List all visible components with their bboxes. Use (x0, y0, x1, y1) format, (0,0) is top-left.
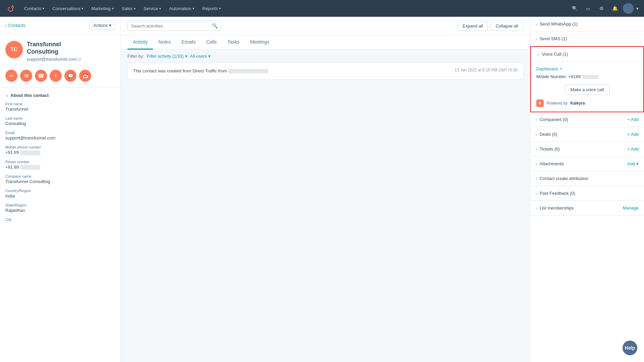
contact-create-attribution-header[interactable]: › Contact create attribution (530, 171, 644, 186)
tickets-header[interactable]: › Tickets (0) + Add (530, 142, 644, 156)
past-feedback-header[interactable]: › Past Feedback (0) (530, 186, 644, 200)
manage-memberships-button[interactable]: Manage (623, 205, 639, 210)
contact-name: Transfunnel Consulting (27, 41, 115, 55)
voice-mobile-number: Mobile Number: +9189 (536, 74, 638, 79)
actions-chevron-icon: ▾ (109, 23, 111, 28)
companies-header[interactable]: › Companies (0) + Add (530, 112, 644, 127)
email-contact-button[interactable]: ✉ (20, 70, 32, 82)
nav-automation[interactable]: Automation ▾ (166, 4, 198, 13)
actions-button[interactable]: Actions ▾ (90, 21, 115, 30)
feedback-chevron-icon: › (536, 191, 537, 195)
tab-notes[interactable]: Notes (153, 35, 176, 50)
sms-chevron-icon: › (536, 37, 537, 41)
search-activities-box[interactable]: 🔍 (127, 21, 221, 31)
nav-contacts[interactable]: Contacts ▾ (21, 4, 48, 13)
add-deal-button[interactable]: + Add (627, 132, 639, 137)
country-field: Country/Region India (5, 189, 115, 198)
send-sms-header[interactable]: › Send SMS (1) (530, 32, 644, 46)
copy-email-icon[interactable]: ⧉ (78, 57, 81, 62)
notifications-icon-button[interactable]: 🔔 (609, 3, 620, 14)
tab-activity[interactable]: Activity (127, 35, 153, 50)
contact-action-buttons: ✏ ✉ ☎ + 💬 📅 (0, 67, 120, 87)
search-icon-button[interactable]: 🔍 (569, 3, 580, 14)
username-label[interactable]: ▾ (636, 6, 639, 11)
deals-header[interactable]: › Deals (0) + Add (530, 127, 644, 141)
hubspot-logo[interactable] (5, 3, 15, 13)
companies-section: › Companies (0) + Add (530, 112, 644, 127)
about-section-chevron-icon: ⌄ (5, 93, 8, 98)
edit-contact-button[interactable]: ✏ (5, 70, 17, 82)
activity-timestamp: 13 Jan 2022 at 6:15 PM GMT+5:30 (454, 68, 518, 72)
attachments-header[interactable]: › Attachments Add ▾ (530, 157, 644, 171)
marketing-arrow-icon: ▾ (112, 7, 114, 10)
tab-calls[interactable]: Calls (201, 35, 222, 50)
nav-marketing[interactable]: Marketing ▾ (88, 4, 117, 13)
top-navigation: Contacts ▾ Conversations ▾ Marketing ▾ S… (0, 0, 644, 17)
kaleyra-footer: K Powered by Kaleyra (536, 100, 638, 107)
add-attachment-button[interactable]: Add ▾ (627, 161, 639, 166)
contacts-arrow-icon: ▾ (43, 7, 44, 10)
activity-item: This contact was created from Direct Tra… (127, 63, 523, 79)
voice-call-body: Dashboard ↗ Mobile Number: +9189 Make a … (531, 62, 643, 112)
about-section-header[interactable]: ⌄ About this contact (5, 93, 115, 98)
whatsapp-chevron-icon: › (536, 22, 537, 26)
add-company-button[interactable]: + Add (627, 117, 639, 122)
reports-arrow-icon: ▾ (219, 7, 221, 10)
companies-chevron-icon: › (536, 118, 537, 122)
attachments-chevron-icon: › (536, 162, 537, 166)
help-button[interactable]: Help (623, 341, 637, 355)
nav-sales[interactable]: Sales ▾ (118, 4, 139, 13)
user-avatar[interactable] (623, 3, 634, 14)
voice-call-header[interactable]: ⌄ Voice Call (1) (531, 47, 643, 62)
attachments-section: › Attachments Add ▾ (530, 157, 644, 171)
filter-activity-button[interactable]: Filter activity (1/33) ▾ (147, 54, 187, 59)
activity-toolbar: 🔍 Expand all Collapse all (121, 17, 530, 35)
call-contact-button[interactable]: ☎ (35, 70, 47, 82)
tab-emails[interactable]: Emails (176, 35, 201, 50)
nav-reports[interactable]: Reports ▾ (199, 4, 224, 13)
nav-service[interactable]: Service ▾ (140, 4, 164, 13)
make-voice-call-button[interactable]: Make a voice call (565, 84, 610, 95)
voice-call-chevron-icon: ⌄ (536, 52, 539, 56)
deals-section: › Deals (0) + Add (530, 127, 644, 142)
voice-dashboard-link[interactable]: Dashboard ↗ (536, 66, 638, 71)
list-memberships-header[interactable]: › List memberships Manage (530, 201, 644, 215)
mobile-number-blurred (582, 75, 599, 79)
filter-chevron-icon: ▾ (185, 54, 187, 59)
first-name-field: First name Transfunnel (5, 102, 115, 112)
expand-all-button[interactable]: Expand all (458, 21, 488, 31)
back-to-contacts-link[interactable]: ‹ Contacts (5, 23, 25, 28)
contact-sidebar: ‹ Contacts Actions ▾ TC Transfunnel Cons… (0, 17, 121, 362)
mobile-phone-field: Mobile phone number +91 89 (5, 145, 115, 155)
tab-tasks[interactable]: Tasks (222, 35, 245, 50)
contact-create-attribution-section: › Contact create attribution (530, 171, 644, 186)
send-whatsapp-section: › Send WhatsApp (1) (530, 17, 644, 32)
list-memberships-section: › List memberships Manage (530, 201, 644, 216)
chat-contact-button[interactable]: 💬 (64, 70, 76, 82)
tickets-section: › Tickets (0) + Add (530, 142, 644, 157)
mobile-blurred (20, 150, 40, 155)
activity-item-text: This contact was created from Direct Tra… (133, 68, 268, 74)
apps-icon-button[interactable]: ⚏ (583, 3, 593, 14)
all-users-button[interactable]: All users ▾ (190, 54, 211, 59)
state-field: State/Region Rajasthan (5, 203, 115, 213)
nav-conversations[interactable]: Conversations ▾ (49, 4, 87, 13)
search-activities-input[interactable] (131, 23, 209, 28)
settings-icon-button[interactable]: ⚙ (596, 3, 607, 14)
activity-blurred-source (228, 69, 268, 73)
add-activity-button[interactable]: + (50, 70, 62, 82)
send-whatsapp-header[interactable]: › Send WhatsApp (1) (530, 17, 644, 31)
tab-meetings[interactable]: Meetings (245, 35, 275, 50)
contact-header: TC Transfunnel Consulting support@transf… (0, 34, 120, 67)
activity-list: This contact was created from Direct Tra… (121, 63, 530, 362)
phone-blurred (20, 165, 40, 170)
add-ticket-button[interactable]: + Add (627, 146, 639, 152)
last-name-field: Last name Consulting (5, 116, 115, 126)
collapse-all-button[interactable]: Collapse all (491, 21, 523, 31)
city-field: City (5, 218, 115, 222)
memberships-chevron-icon: › (536, 206, 537, 210)
contact-email: support@transfunnel.com ⧉ (27, 57, 115, 62)
meeting-button[interactable]: 📅 (79, 70, 91, 82)
sidebar-top-bar: ‹ Contacts Actions ▾ (0, 17, 120, 34)
contact-avatar: TC (5, 41, 23, 58)
